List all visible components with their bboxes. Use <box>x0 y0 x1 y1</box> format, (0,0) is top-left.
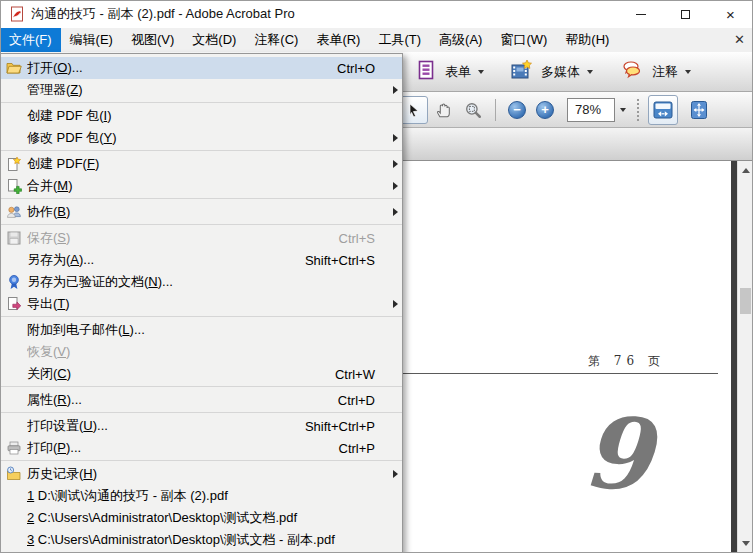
maximize-icon <box>681 10 690 19</box>
vertical-scrollbar[interactable] <box>737 161 753 553</box>
menu-icon-gutter <box>4 322 23 338</box>
task-button-label: 表单 <box>445 63 471 81</box>
menu-item[interactable]: 历史记录(H) <box>1 463 402 485</box>
menubar-item[interactable]: 注释(C) <box>245 28 307 52</box>
menubar-item[interactable]: 编辑(E) <box>61 28 122 52</box>
recent-file-item[interactable]: 3 C:\Users\Administrator\Desktop\测试文档 - … <box>1 529 402 551</box>
task-button[interactable]: 注释 <box>613 56 697 87</box>
menu-icon-gutter <box>4 130 23 146</box>
close-button[interactable]: × <box>708 0 753 28</box>
menu-shortcut: Ctrl+O <box>337 61 375 76</box>
menu-item-label: 合并(M) <box>27 177 375 195</box>
scroll-down-icon[interactable] <box>742 541 750 546</box>
menu-item[interactable]: 打开(O)...Ctrl+O <box>1 57 402 79</box>
menu-item-label: 3 C:\Users\Administrator\Desktop\测试文档 - … <box>27 531 375 549</box>
submenu-arrow-icon <box>389 182 398 190</box>
form-icon <box>416 59 438 84</box>
multimedia-icon <box>510 59 534 84</box>
menu-item[interactable]: 协作(B) <box>1 201 402 223</box>
history-icon <box>4 466 23 482</box>
file-menu: 打开(O)...Ctrl+O管理器(Z)创建 PDF 包(I)修改 PDF 包(… <box>0 53 403 553</box>
scrollbar-thumb[interactable] <box>740 288 751 314</box>
menu-item[interactable]: 合并(M) <box>1 175 402 197</box>
menu-item[interactable]: 另存为已验证的文档(N)... <box>1 271 402 293</box>
menubar-item[interactable]: 帮助(H) <box>556 28 618 52</box>
menubar-item[interactable]: 窗口(W) <box>491 28 556 52</box>
menu-item-label: 导出(T) <box>27 295 375 313</box>
menu-item[interactable]: 打印设置(U)...Shift+Ctrl+P <box>1 415 402 437</box>
maximize-button[interactable] <box>663 0 708 28</box>
menu-item[interactable]: 管理器(Z) <box>1 79 402 101</box>
scroll-up-icon[interactable] <box>742 168 750 173</box>
menu-item[interactable]: 修改 PDF 包(Y) <box>1 127 402 149</box>
menu-icon-gutter <box>4 532 23 548</box>
marquee-zoom-button[interactable] <box>458 96 488 124</box>
menubar-item[interactable]: 文件(F) <box>0 28 61 52</box>
menubar-item[interactable]: 视图(V) <box>122 28 183 52</box>
menu-item-label: 打开(O)... <box>27 59 337 77</box>
toolbar-separator <box>495 99 496 121</box>
close-document-icon[interactable]: ✕ <box>734 28 745 52</box>
menu-item-label: 1 D:\测试\沟通的技巧 - 副本 (2).pdf <box>27 487 375 505</box>
recent-file-item[interactable]: 1 D:\测试\沟通的技巧 - 副本 (2).pdf <box>1 485 402 507</box>
menu-icon-gutter <box>4 392 23 408</box>
task-button[interactable]: 表单 <box>410 56 490 87</box>
menu-icon-gutter <box>4 344 23 360</box>
menu-item[interactable]: 另存为(A)...Shift+Ctrl+S <box>1 249 402 271</box>
submenu-arrow-icon <box>389 208 398 216</box>
zoom-level-input[interactable]: 78% <box>567 98 615 122</box>
menu-item[interactable]: 恢复(V) <box>1 341 402 363</box>
hand-tool-button[interactable] <box>428 96 458 124</box>
menu-item[interactable]: 属性(R)...Ctrl+D <box>1 389 402 411</box>
menu-separator <box>1 386 402 387</box>
menu-item-label: 历史记录(H) <box>27 465 375 483</box>
submenu-arrow-icon <box>389 470 398 478</box>
menu-item[interactable]: 关闭(C)Ctrl+W <box>1 363 402 385</box>
menu-item[interactable]: 保存(S)Ctrl+S <box>1 227 402 249</box>
fit-width-button[interactable] <box>648 95 678 125</box>
recent-file-item[interactable]: 2 C:\Users\Administrator\Desktop\测试文档.pd… <box>1 507 402 529</box>
menu-icon-gutter <box>4 510 23 526</box>
menubar-item[interactable]: 高级(A) <box>430 28 491 52</box>
menubar-item[interactable]: 表单(R) <box>307 28 369 52</box>
menu-item-label: 协作(B) <box>27 203 375 221</box>
export-icon <box>4 296 23 312</box>
submenu-arrow-icon <box>389 86 398 94</box>
zoom-in-button[interactable]: + <box>536 101 554 119</box>
zoom-dropdown-icon[interactable] <box>620 108 626 112</box>
menu-item-label: 打印设置(U)... <box>27 417 305 435</box>
menu-item-label: 2 C:\Users\Administrator\Desktop\测试文档.pd… <box>27 509 375 527</box>
menubar-item[interactable]: 文档(D) <box>183 28 245 52</box>
menubar-item[interactable]: 工具(T) <box>369 28 430 52</box>
minimize-button[interactable] <box>618 0 663 28</box>
menu-item[interactable]: 创建 PDF 包(I) <box>1 105 402 127</box>
fit-page-button[interactable] <box>684 95 714 125</box>
menu-item[interactable]: 创建 PDF(F) <box>1 153 402 175</box>
menu-item[interactable]: 打印(P)...Ctrl+P <box>1 437 402 459</box>
task-button[interactable]: 多媒体 <box>504 56 599 87</box>
fit-width-icon <box>652 99 674 121</box>
page-number-header: 第 76 页 <box>588 353 665 370</box>
window-title: 沟通的技巧 - 副本 (2).pdf - Adobe Acrobat Pro <box>31 5 295 23</box>
menu-separator <box>1 102 402 103</box>
menu-item[interactable]: 导出(T) <box>1 293 402 315</box>
menu-item-label: 修改 PDF 包(Y) <box>27 129 375 147</box>
menu-item-label: 保存(S) <box>27 229 339 247</box>
menu-item-label: 另存为(A)... <box>27 251 305 269</box>
submenu-arrow-icon <box>389 160 398 168</box>
menu-item-label: 创建 PDF(F) <box>27 155 375 173</box>
certify-icon <box>4 274 23 290</box>
menu-item-label: 附加到电子邮件(L)... <box>27 321 375 339</box>
zoom-out-button[interactable]: − <box>508 101 526 119</box>
menu-shortcut: Shift+Ctrl+P <box>305 419 375 434</box>
menu-item-label: 打印(P)... <box>27 439 339 457</box>
pdf-file-icon <box>9 6 25 22</box>
task-buttons: 表单多媒体注释 <box>410 52 697 91</box>
menu-separator <box>1 224 402 225</box>
save-icon <box>4 230 23 246</box>
comment-icon <box>619 59 645 84</box>
menu-separator <box>1 198 402 199</box>
menu-item[interactable]: 附加到电子邮件(L)... <box>1 319 402 341</box>
dropdown-caret-icon <box>685 70 691 74</box>
menu-bar: 文件(F)编辑(E)视图(V)文档(D)注释(C)表单(R)工具(T)高级(A)… <box>0 28 753 52</box>
